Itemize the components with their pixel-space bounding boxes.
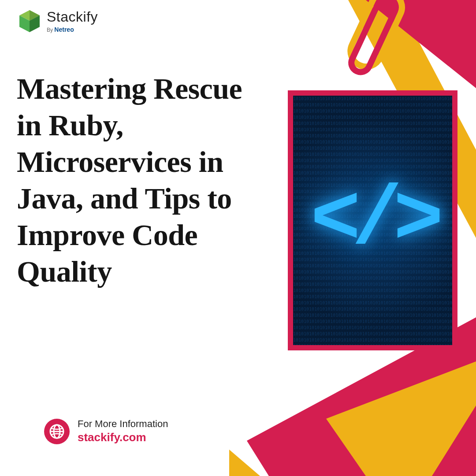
brand-name: Stackify bbox=[47, 9, 98, 25]
info-url[interactable]: stackify.com bbox=[78, 431, 168, 444]
more-info: For More Information stackify.com bbox=[44, 418, 168, 444]
code-bracket-icon: </> bbox=[310, 173, 435, 268]
globe-icon bbox=[44, 419, 70, 444]
brand-logo: Stackify By Netreo bbox=[18, 9, 98, 33]
stackify-logo-icon bbox=[18, 9, 41, 33]
page-title: Mastering Rescue in Ruby, Microservices … bbox=[17, 71, 261, 290]
info-label: For More Information bbox=[78, 418, 168, 430]
code-visual: 10 </> bbox=[293, 96, 452, 345]
hero-image-frame: 10 </> bbox=[288, 90, 457, 350]
brand-byline: By Netreo bbox=[47, 26, 98, 33]
